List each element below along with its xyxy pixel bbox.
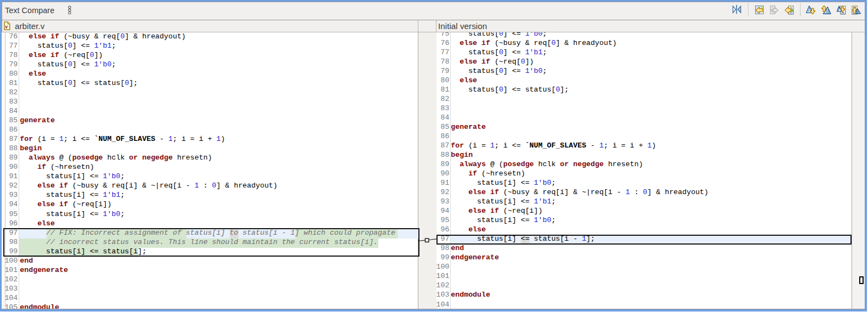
svg-text:v: v (5, 23, 8, 30)
